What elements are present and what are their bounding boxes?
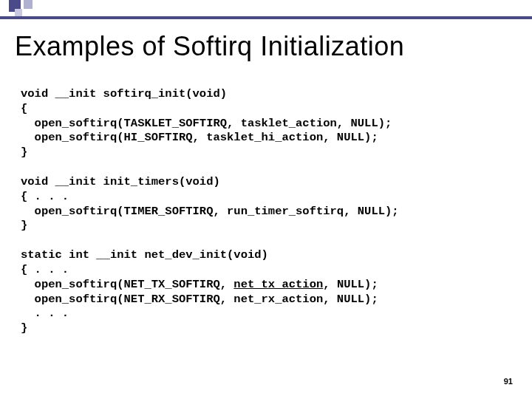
code-line: open_softirq(TIMER_SOFTIRQ, run_timer_so… (21, 205, 399, 218)
decor-square-med (24, 0, 33, 9)
code-line: { . . . (21, 263, 69, 276)
code-line-part: , NULL); (323, 278, 378, 291)
code-line: . . . (21, 307, 69, 320)
code-line: void __init softirq_init(void) (21, 87, 227, 100)
code-line: void __init init_timers(void) (21, 175, 220, 188)
decor-square-light (15, 9, 22, 16)
code-line: } (21, 321, 27, 335)
code-underlined: net_tx_action (233, 278, 323, 291)
code-line: { . . . (21, 190, 69, 203)
code-line: } (21, 146, 27, 159)
slide-title: Examples of Softirq Initialization (15, 31, 404, 62)
code-line: static int __init net_dev_init(void) (21, 248, 268, 262)
code-line: open_softirq(NET_RX_SOFTIRQ, net_rx_acti… (21, 293, 378, 306)
code-line: open_softirq(TASKLET_SOFTIRQ, tasklet_ac… (21, 117, 392, 130)
header-rule (0, 16, 532, 19)
code-line: { (21, 102, 27, 115)
code-line-part: open_softirq(NET_TX_SOFTIRQ, (21, 278, 233, 291)
code-line: open_softirq(HI_SOFTIRQ, tasklet_hi_acti… (21, 131, 378, 144)
code-block: void __init softirq_init(void) { open_so… (21, 87, 399, 336)
page-number: 91 (504, 377, 513, 386)
code-line: } (21, 219, 27, 232)
